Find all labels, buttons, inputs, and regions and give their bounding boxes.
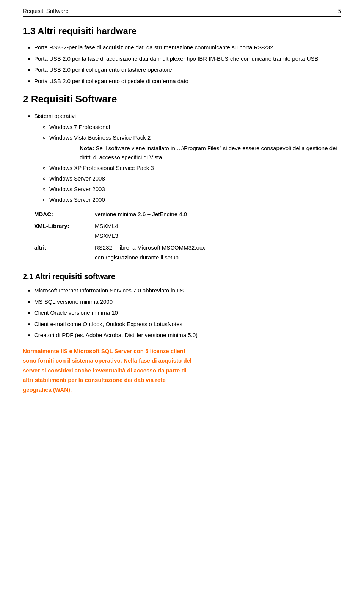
list-item-pdf: Creatori di PDF (es. Adobe Acrobat Disti… xyxy=(34,330,341,340)
list-item-text: Client e-mail come Outlook, Outlook Expr… xyxy=(34,321,182,327)
info-value-altri: RS232 – libreria Microsoft MSCOMM32.ocxc… xyxy=(95,242,208,263)
list-item-text: Porta RS232-per la fase di acquisizione … xyxy=(34,44,273,50)
os-item-text: Windows Server 2003 xyxy=(49,186,105,192)
sistemi-operativi-item: Sistemi operativi Windows 7 Professional… xyxy=(34,111,341,204)
highlighted-line2: sono forniti con il sistema operativo. N… xyxy=(23,357,191,364)
list-item-text: Creatori di PDF (es. Adobe Acrobat Disti… xyxy=(34,332,198,338)
sistemi-operativi-label: Sistemi operativi xyxy=(34,113,76,119)
list-item-text: Porta USB 2.0 per il collegamento di ped… xyxy=(34,78,188,84)
list-item: Porta USB 2.0 per il collegamento di ped… xyxy=(34,76,341,86)
list-item: Porta USB 2.0 per il collegamento di tas… xyxy=(34,65,341,75)
list-item-email: Client e-mail come Outlook, Outlook Expr… xyxy=(34,319,341,329)
section-2-1-heading: 2.1 Altri requisiti software xyxy=(23,272,341,281)
os-item-server2003: Windows Server 2003 xyxy=(49,185,341,194)
os-item-win7: Windows 7 Professional xyxy=(49,122,341,132)
os-item-text: Windows XP Professional Service Pack 3 xyxy=(49,165,154,171)
section-1-3-list: Porta RS232-per la fase di acquisizione … xyxy=(34,42,341,86)
os-item-server2008: Windows Server 2008 xyxy=(49,174,341,183)
page-header: Requisiti Software 5 xyxy=(23,8,341,17)
os-item-text: Windows Server 2008 xyxy=(49,175,105,182)
info-label-altri: altri: xyxy=(34,242,95,263)
section-2-1-list: Microsoft Internet Information Services … xyxy=(34,286,341,340)
list-item-text: Porta USB 2.0 per il collegamento di tas… xyxy=(34,66,172,73)
highlighted-block: Normalmente IIS e Microsoft SQL Server c… xyxy=(23,346,341,395)
info-label-mdac: MDAC: xyxy=(34,208,95,220)
os-sublist: Windows 7 Professional Windows Vista Bus… xyxy=(49,122,341,204)
info-table: MDAC: versione minima 2.6 + JetEngine 4.… xyxy=(34,208,208,264)
list-item-text: Client Oracle versione minima 10 xyxy=(34,309,118,316)
nota-block: Nota: Se il software viene installato in… xyxy=(80,144,341,162)
list-item-mssql: MS SQL versione minima 2000 xyxy=(34,297,341,307)
os-item-xp: Windows XP Professional Service Pack 3 xyxy=(49,163,341,173)
header-page-number: 5 xyxy=(338,8,341,14)
nota-text: Se il software viene installato in …\Pro… xyxy=(80,145,337,160)
os-item-text: Windows Vista Business Service Pack 2 xyxy=(49,134,151,141)
page-container: Requisiti Software 5 1.3 Altri requisiti… xyxy=(0,0,364,592)
highlighted-line3: server si consideri anche l’eventualità … xyxy=(23,367,187,374)
list-item-text: Porta USB 2.0 per la fase di acquisizion… xyxy=(34,55,318,62)
highlighted-line5: geografica (WAN). xyxy=(23,386,72,393)
os-item-text: Windows Server 2000 xyxy=(49,196,105,203)
highlighted-line1: Normalmente IIS e Microsoft SQL Server c… xyxy=(23,348,185,354)
sistemi-operativi-block: Sistemi operativi Windows 7 Professional… xyxy=(34,111,341,204)
list-item: Porta RS232-per la fase di acquisizione … xyxy=(34,42,341,52)
section-2-heading: 2 Requisiti Software xyxy=(23,93,341,105)
info-row-altri: altri: RS232 – libreria Microsoft MSCOMM… xyxy=(34,242,208,263)
nota-label: Nota: xyxy=(80,145,94,151)
info-row-xml: XML-Library: MSXML4MSXML3 xyxy=(34,220,208,242)
os-item-server2000: Windows Server 2000 xyxy=(49,195,341,204)
list-item-text: Microsoft Internet Information Services … xyxy=(34,287,184,294)
os-item-vista: Windows Vista Business Service Pack 2 No… xyxy=(49,133,341,162)
info-value-xml: MSXML4MSXML3 xyxy=(95,220,208,242)
highlighted-line4: altri stabilimenti per la consultazione … xyxy=(23,377,166,383)
list-item: Porta USB 2.0 per la fase di acquisizion… xyxy=(34,54,341,64)
section-1-3-heading: 1.3 Altri requisiti hardware xyxy=(23,26,341,36)
os-item-text: Windows 7 Professional xyxy=(49,124,110,130)
info-label-xml: XML-Library: xyxy=(34,220,95,242)
list-item-iis: Microsoft Internet Information Services … xyxy=(34,286,341,295)
list-item-text: MS SQL versione minima 2000 xyxy=(34,298,113,305)
info-value-mdac: versione minima 2.6 + JetEngine 4.0 xyxy=(95,208,208,220)
list-item-oracle: Client Oracle versione minima 10 xyxy=(34,308,341,318)
info-row-mdac: MDAC: versione minima 2.6 + JetEngine 4.… xyxy=(34,208,208,220)
header-title: Requisiti Software xyxy=(23,8,69,14)
